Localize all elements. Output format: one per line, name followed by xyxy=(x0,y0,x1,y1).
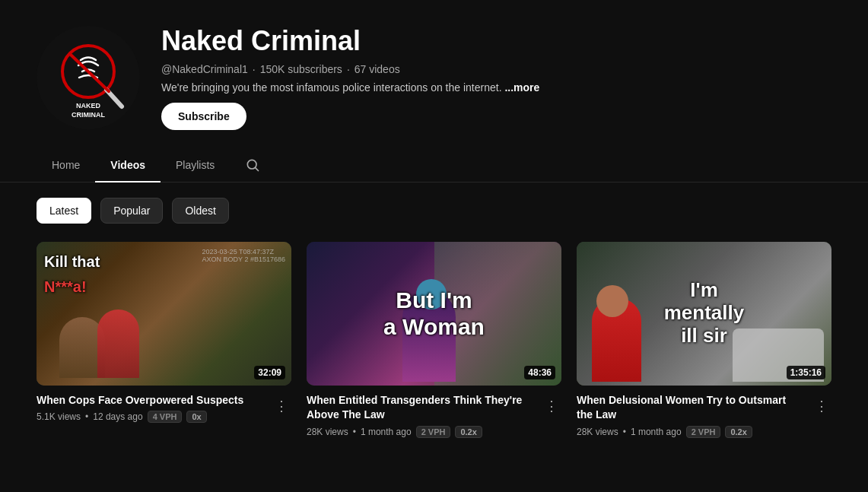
video-badge-vph-2: 2 VPH xyxy=(416,426,451,438)
thumbnail-1: Kill that N***a! 2023-03-25 T08:47:37ZAX… xyxy=(37,242,291,385)
video-more-menu-3[interactable]: ⋮ xyxy=(812,395,831,417)
thumb3-text: I'mmentallyill sir xyxy=(609,280,800,348)
tab-home[interactable]: Home xyxy=(37,148,95,182)
video-card-1[interactable]: Kill that N***a! 2023-03-25 T08:47:37ZAX… xyxy=(37,242,291,438)
channel-header: NAKED CRIMINAL Naked Criminal @NakedCrim… xyxy=(0,0,868,148)
thumb1-text-line2: N***a! xyxy=(44,278,87,296)
video-badge-mult-3: 0.2x xyxy=(725,426,752,438)
video-card-2[interactable]: But I'ma Woman 48:36 When Entitled Trans… xyxy=(307,242,561,438)
video-duration-2: 48:36 xyxy=(524,366,555,379)
video-badge-vph-3: 2 VPH xyxy=(686,426,721,438)
video-views-3: 28K views xyxy=(577,427,618,437)
video-stats-1: 5.1K views • 12 days ago 4 VPH 0x xyxy=(37,411,264,423)
svg-text:CRIMINAL: CRIMINAL xyxy=(72,111,105,119)
video-duration-1: 32:09 xyxy=(254,366,285,379)
thumb1-bodycam-text: 2023-03-25 T08:47:37ZAXON BODY 2 #B15176… xyxy=(202,248,285,263)
video-details-3: When Delusional Women Try to Outsmart th… xyxy=(577,393,804,438)
video-info-3: When Delusional Women Try to Outsmart th… xyxy=(577,393,831,438)
video-time-2: 1 month ago xyxy=(361,427,412,437)
svg-text:NAKED: NAKED xyxy=(76,102,101,110)
nav-search-button[interactable] xyxy=(236,150,269,180)
video-grid: Kill that N***a! 2023-03-25 T08:47:37ZAX… xyxy=(0,236,868,462)
tab-videos[interactable]: Videos xyxy=(95,148,161,182)
channel-avatar: NAKED CRIMINAL xyxy=(37,26,140,129)
video-more-menu-2[interactable]: ⋮ xyxy=(542,395,561,417)
filter-latest[interactable]: Latest xyxy=(37,198,91,224)
video-badge-mult-1: 0x xyxy=(186,411,206,423)
thumbnail-3: I'mmentallyill sir 1:35:16 xyxy=(577,242,831,385)
channel-subscribers: 150K subscribers xyxy=(260,63,342,75)
stats-sep-1: • xyxy=(85,411,88,422)
video-stats-3: 28K views • 1 month ago 2 VPH 0.2x xyxy=(577,426,804,438)
channel-info: Naked Criminal @NakedCriminal1 · 150K su… xyxy=(161,24,539,130)
channel-description: We're bringing you the most infamous pol… xyxy=(161,81,539,94)
stats-sep-3: • xyxy=(623,427,626,437)
thumb1-text-line1: Kill that xyxy=(44,253,100,271)
video-info-1: When Cops Face Overpowered Suspects 5.1K… xyxy=(37,393,291,424)
svg-line-7 xyxy=(256,168,259,171)
channel-nav: Home Videos Playlists xyxy=(0,148,868,183)
thumbnail-2: But I'ma Woman 48:36 xyxy=(307,242,561,385)
tab-playlists[interactable]: Playlists xyxy=(161,148,230,182)
channel-meta: @NakedCriminal1 · 150K subscribers · 67 … xyxy=(161,63,539,75)
stats-sep-2: • xyxy=(353,427,356,437)
filter-oldest[interactable]: Oldest xyxy=(172,198,228,224)
channel-video-count: 67 videos xyxy=(355,63,400,75)
video-views-2: 28K views xyxy=(307,427,348,437)
video-info-2: When Entitled Transgenders Think They're… xyxy=(307,393,561,438)
description-more-link[interactable]: ...more xyxy=(504,81,539,94)
subscribe-button[interactable]: Subscribe xyxy=(161,103,246,130)
video-more-menu-1[interactable]: ⋮ xyxy=(272,395,291,417)
filter-bar: Latest Popular Oldest xyxy=(0,183,868,236)
video-time-1: 12 days ago xyxy=(93,411,142,422)
svg-point-6 xyxy=(248,160,257,170)
channel-desc-text: We're bringing you the most infamous pol… xyxy=(161,81,502,94)
meta-sep2: · xyxy=(347,63,350,75)
video-badge-mult-2: 0.2x xyxy=(455,426,482,438)
video-title-1: When Cops Face Overpowered Suspects xyxy=(37,393,264,408)
video-views-1: 5.1K views xyxy=(37,411,81,422)
video-details-1: When Cops Face Overpowered Suspects 5.1K… xyxy=(37,393,264,424)
video-title-3: When Delusional Women Try to Outsmart th… xyxy=(577,393,804,423)
video-title-2: When Entitled Transgenders Think They're… xyxy=(307,393,534,423)
video-duration-3: 1:35:16 xyxy=(787,366,825,379)
channel-name: Naked Criminal xyxy=(161,24,539,57)
meta-sep1: · xyxy=(253,63,256,75)
video-time-3: 1 month ago xyxy=(631,427,682,437)
video-card-3[interactable]: I'mmentallyill sir 1:35:16 When Delusion… xyxy=(577,242,831,438)
filter-popular[interactable]: Popular xyxy=(100,198,163,224)
video-stats-2: 28K views • 1 month ago 2 VPH 0.2x xyxy=(307,426,534,438)
video-details-2: When Entitled Transgenders Think They're… xyxy=(307,393,534,438)
thumb2-text: But I'ma Woman xyxy=(326,287,542,340)
video-badge-vph-1: 4 VPH xyxy=(148,411,183,423)
channel-handle: @NakedCriminal1 xyxy=(161,63,248,75)
